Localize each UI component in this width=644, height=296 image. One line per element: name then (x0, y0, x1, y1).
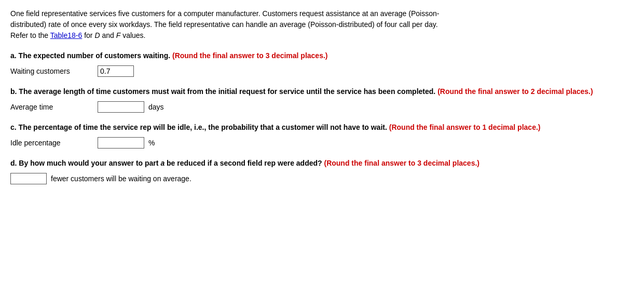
question-b-text: The average length of time customers mus… (17, 87, 437, 96)
waiting-customers-input[interactable] (98, 65, 134, 77)
question-d-label: d. By how much would your answer to part… (10, 158, 623, 169)
intro-text-line2: distributed) rate of once every six work… (10, 20, 438, 29)
waiting-customers-label: Waiting customers (10, 67, 93, 75)
question-c-answer-row: Idle percentage % (10, 137, 634, 149)
question-b-round: (Round the final answer to 2 decimal pla… (437, 87, 593, 96)
question-a-bold: a. (10, 51, 17, 60)
question-d-bold: d. (10, 159, 17, 167)
percent-unit-label: % (148, 139, 155, 147)
intro-text-line3: Refer to the (10, 31, 50, 39)
question-d-round: (Round the final answer to 3 decimal pla… (324, 159, 479, 167)
question-a-label: a. The expected number of customers wait… (10, 50, 623, 61)
question-b-section: b. The average length of time customers … (10, 86, 634, 113)
intro-text-for: for (82, 31, 94, 39)
question-c-text: The percentage of time the service rep w… (17, 123, 389, 131)
question-c-label: c. The percentage of time the service re… (10, 122, 623, 133)
average-time-input[interactable] (98, 101, 144, 113)
question-b-label: b. The average length of time customers … (10, 86, 623, 97)
idle-percentage-label: Idle percentage (10, 139, 93, 147)
question-c-round: (Round the final answer to 1 decimal pla… (389, 123, 541, 131)
question-d-text2: be reduced if a second field rep were ad… (165, 159, 324, 167)
idle-percentage-input[interactable] (98, 137, 144, 149)
intro-text-values: values. (120, 31, 145, 39)
intro-text-line1: One field representative services five c… (10, 9, 439, 18)
table-link[interactable]: Table18-6 (50, 31, 83, 39)
fewer-customers-suffix: fewer customers will be waiting on avera… (51, 174, 191, 183)
question-a-answer-row: Waiting customers (10, 65, 634, 77)
question-a-round: (Round the final answer to 3 decimal pla… (172, 51, 328, 60)
question-c-bold: c. (10, 123, 17, 131)
question-b-answer-row: Average time days (10, 101, 634, 113)
intro-text-and: and (100, 31, 116, 39)
days-unit-label: days (148, 103, 164, 111)
fewer-customers-input[interactable] (10, 173, 47, 184)
intro-italic-d: D (94, 31, 100, 39)
question-b-bold: b. (10, 87, 17, 96)
question-c-section: c. The percentage of time the service re… (10, 122, 634, 149)
average-time-label: Average time (10, 103, 93, 111)
question-d-answer-row: fewer customers will be waiting on avera… (10, 173, 634, 184)
question-a-section: a. The expected number of customers wait… (10, 50, 634, 77)
question-d-italic-a: a (160, 159, 165, 167)
question-d-section: d. By how much would your answer to part… (10, 158, 634, 184)
intro-paragraph: One field representative services five c… (10, 8, 623, 41)
intro-italic-f: F (116, 31, 121, 39)
question-a-text: The expected number of customers waiting… (17, 51, 172, 60)
question-d-text1: By how much would your answer to part (17, 159, 160, 167)
